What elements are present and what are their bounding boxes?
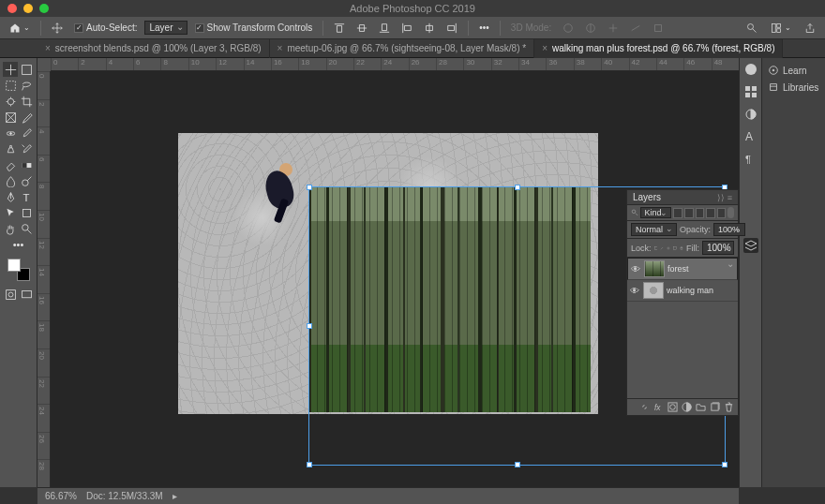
maximize-window-button[interactable] <box>39 4 49 13</box>
slide-3d-button[interactable] <box>626 22 645 35</box>
fill-input[interactable]: 100% <box>702 241 734 255</box>
lock-artboard-icon[interactable] <box>673 244 677 253</box>
marquee-tool[interactable] <box>3 78 18 93</box>
document-canvas[interactable] <box>178 133 598 414</box>
screen-mode-button[interactable] <box>19 287 34 302</box>
home-button[interactable]: ⌄ <box>6 22 34 35</box>
align-hcenter-button[interactable] <box>420 22 439 35</box>
learn-tab[interactable]: Learn <box>766 62 821 79</box>
doc-size[interactable]: Doc: 12.5M/33.3M <box>86 491 163 501</box>
scale-3d-button[interactable] <box>649 22 668 35</box>
layers-panel-header[interactable]: Layers ⟩⟩≡ <box>627 190 738 205</box>
close-tab-icon[interactable]: × <box>542 43 548 53</box>
brush-tool[interactable] <box>19 126 34 141</box>
layer-name[interactable]: walking man <box>667 286 713 295</box>
shape-tool[interactable] <box>19 205 34 220</box>
document-tab[interactable]: ×screenshot blends.psd @ 100% (Layer 3, … <box>38 39 270 58</box>
filter-adjustment-icon[interactable] <box>684 208 694 218</box>
crop-tool[interactable] <box>19 94 34 109</box>
lock-transparency-icon[interactable] <box>654 244 658 253</box>
layer-name[interactable]: forest <box>668 264 689 274</box>
workspace-switcher-button[interactable]: ⌄ <box>767 22 795 35</box>
layer-thumbnail[interactable] <box>644 260 665 277</box>
filter-shape-icon[interactable] <box>706 208 715 218</box>
zoom-tool[interactable] <box>19 221 34 236</box>
color-panel-icon[interactable] <box>743 62 758 77</box>
pen-tool[interactable] <box>3 189 18 204</box>
filter-pixel-icon[interactable] <box>673 208 682 218</box>
delete-layer-icon[interactable] <box>724 402 734 412</box>
foreground-color-swatch[interactable] <box>8 259 21 272</box>
layer-visibility-toggle[interactable]: 👁 <box>630 264 641 274</box>
libraries-tab[interactable]: Libraries <box>766 79 821 96</box>
minimize-window-button[interactable] <box>23 4 33 13</box>
gradient-tool[interactable] <box>19 157 34 172</box>
pan-3d-button[interactable] <box>604 22 622 35</box>
horizontal-ruler[interactable]: 0246810121416182022242628303234363840424… <box>51 58 739 71</box>
blend-mode-dropdown[interactable]: Normal <box>631 223 677 236</box>
lock-all-icon[interactable] <box>680 244 683 253</box>
transform-handle[interactable] <box>515 462 520 467</box>
blur-tool[interactable] <box>3 173 18 188</box>
layer-visibility-toggle[interactable]: 👁 <box>629 286 640 296</box>
eyedropper-tool[interactable] <box>19 110 34 125</box>
new-group-icon[interactable] <box>696 402 706 412</box>
align-left-button[interactable] <box>398 22 416 35</box>
eraser-tool[interactable] <box>3 157 18 172</box>
artboard-tool[interactable] <box>19 62 34 77</box>
frame-tool[interactable] <box>3 110 18 125</box>
zoom-level[interactable]: 66.67% <box>45 491 77 501</box>
new-layer-icon[interactable] <box>710 402 720 412</box>
layer-style-icon[interactable]: fx <box>653 402 664 412</box>
filter-toggle-switch[interactable] <box>728 207 734 218</box>
close-window-button[interactable] <box>8 4 17 13</box>
layer-row[interactable]: 👁 walking man <box>627 280 738 302</box>
path-select-tool[interactable] <box>3 205 18 220</box>
collapse-panel-icon[interactable]: ⟩⟩ <box>717 193 725 202</box>
panel-menu-icon[interactable]: ≡ <box>728 193 732 202</box>
filter-type-icon[interactable] <box>696 208 705 218</box>
layer-thumbnail[interactable] <box>643 282 664 299</box>
transform-handle[interactable] <box>307 462 312 467</box>
align-vcenter-button[interactable] <box>352 22 371 35</box>
quick-select-tool[interactable] <box>3 94 18 109</box>
move-tool[interactable] <box>3 62 18 77</box>
layer-filter-kind-dropdown[interactable]: Kind <box>640 207 671 218</box>
color-swatches[interactable] <box>8 259 30 281</box>
align-right-button[interactable] <box>442 22 461 35</box>
transform-handle[interactable] <box>722 462 728 467</box>
hand-tool[interactable] <box>3 221 18 236</box>
status-menu-chevron[interactable]: ▸ <box>172 491 177 501</box>
document-tab[interactable]: ×meetup-06.jpg @ 66.7% (sightseeing-08, … <box>270 39 535 58</box>
healing-brush-tool[interactable] <box>3 126 18 141</box>
orbit-3d-button[interactable] <box>559 22 578 35</box>
more-align-button[interactable]: ••• <box>475 22 493 34</box>
dodge-tool[interactable] <box>19 173 34 188</box>
quick-mask-button[interactable] <box>3 287 18 302</box>
link-layers-icon[interactable] <box>639 402 650 412</box>
ruler-origin[interactable] <box>38 58 51 71</box>
close-tab-icon[interactable]: × <box>278 43 283 53</box>
share-button[interactable] <box>801 22 819 35</box>
close-tab-icon[interactable]: × <box>45 43 51 53</box>
clone-stamp-tool[interactable] <box>3 141 18 156</box>
roll-3d-button[interactable] <box>581 22 600 35</box>
layer-row[interactable]: 👁 forest <box>627 258 738 280</box>
show-transform-checkbox[interactable]: Show Transform Controls <box>191 22 317 34</box>
edit-toolbar-button[interactable]: ••• <box>11 237 26 252</box>
vertical-ruler[interactable]: 0246810121416182022242628 <box>38 71 51 487</box>
align-top-button[interactable] <box>330 22 349 35</box>
lasso-tool[interactable] <box>19 78 34 93</box>
add-mask-icon[interactable] <box>668 402 678 412</box>
search-button[interactable] <box>742 22 761 35</box>
lock-pixels-icon[interactable] <box>660 244 664 253</box>
filter-smart-icon[interactable] <box>717 208 727 218</box>
auto-select-dropdown[interactable]: Layer <box>144 21 187 35</box>
align-bottom-button[interactable] <box>375 22 394 35</box>
character-panel-icon[interactable]: A <box>743 129 758 144</box>
type-tool[interactable]: T <box>19 189 34 204</box>
swatches-panel-icon[interactable] <box>743 84 758 99</box>
opacity-input[interactable]: 100% <box>713 223 745 236</box>
history-brush-tool[interactable] <box>19 141 34 156</box>
adjustments-panel-icon[interactable] <box>743 107 758 122</box>
